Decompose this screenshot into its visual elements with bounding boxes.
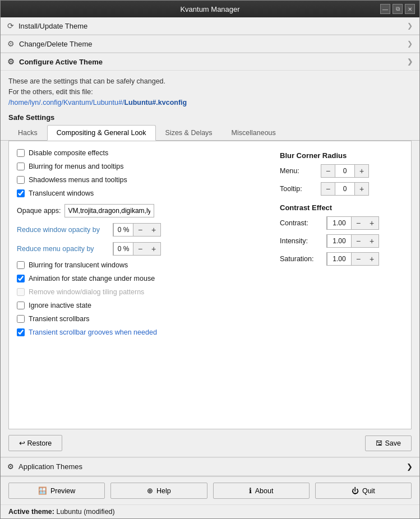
checkbox-transient-scrollbars-input[interactable]: [17, 315, 25, 323]
menu-item-configure-label: Configure Active Theme: [19, 58, 103, 66]
contrast-effect-header: Contrast Effect: [280, 203, 403, 212]
checkbox-disable-composite-label: Disable composite effects: [29, 149, 108, 157]
checkbox-transient-scrollbars: Transient scrollbars: [17, 315, 269, 323]
blur-menu-value: 0: [335, 165, 355, 177]
tab-compositing[interactable]: Compositing & General Look: [47, 125, 156, 141]
bottom-buttons: ↩ Restore 🖫 Save: [1, 429, 419, 457]
checkbox-remove-tiling: Remove window/dialog tiling patterns: [17, 288, 269, 296]
saturation-row: Saturation: 1.00 − +: [280, 252, 403, 266]
app-themes-arrow: ❯: [407, 462, 413, 471]
reduce-window-row: Reduce window opacity by 0 % − +: [17, 223, 269, 237]
help-button[interactable]: ⊕ Help: [110, 483, 207, 499]
blur-tooltip-label: Tooltip:: [280, 185, 316, 193]
about-button[interactable]: ℹ About: [213, 483, 310, 499]
blur-tooltip-value: 0: [335, 183, 355, 195]
checkbox-shadowless: Shadowless menus and tooltips: [17, 176, 269, 184]
checkbox-remove-tiling-input[interactable]: [17, 288, 25, 296]
status-bar: Active theme: Lubuntu (modified): [1, 504, 419, 518]
status-prefix: Active theme:: [8, 508, 54, 516]
checkbox-blurring-menus-input[interactable]: [17, 163, 25, 170]
about-icon: ℹ: [249, 486, 252, 495]
quit-label: Quit: [362, 487, 375, 495]
reduce-menu-row: Reduce menu opacity by 0 % − +: [17, 242, 269, 256]
footer-buttons: 🪟 Preview ⊕ Help ℹ About ⏻ Quit: [1, 476, 419, 504]
app-themes-section[interactable]: ⚙ Application Themes ❯: [1, 457, 419, 476]
menu-item-install-label: Install/Update Theme: [19, 22, 87, 30]
preview-button[interactable]: 🪟 Preview: [8, 483, 105, 499]
opaque-label: Opaque apps:: [17, 207, 61, 215]
info-line1: These are the settings that can be safel…: [8, 76, 412, 87]
blur-tooltip-increment[interactable]: +: [355, 183, 368, 195]
checkbox-blurring-translucent: Blurring for translucent windows: [17, 261, 269, 269]
checkbox-transient-grooves-label: Transient scrollbar grooves when needed: [29, 328, 157, 336]
checkbox-blurring-translucent-input[interactable]: [17, 261, 25, 269]
checkbox-translucent-input[interactable]: [17, 189, 25, 197]
safe-settings-label: Safe Settings: [1, 111, 419, 125]
reduce-menu-spinbox: 0 % − +: [113, 242, 161, 256]
quit-icon: ⏻: [352, 487, 359, 495]
content-area: ⟳ Install/Update Theme ❯ ⚙ Change/Delete…: [1, 17, 419, 518]
quit-button[interactable]: ⏻ Quit: [315, 483, 412, 499]
checkbox-shadowless-input[interactable]: [17, 176, 25, 184]
save-button[interactable]: 🖫 Save: [365, 435, 412, 451]
contrast-increment[interactable]: +: [365, 217, 379, 229]
checkbox-ignore-inactive-label: Ignore inactive state: [29, 302, 91, 309]
menu-item-install[interactable]: ⟳ Install/Update Theme ❯: [1, 17, 419, 35]
intensity-value: 1.00: [327, 235, 352, 247]
reduce-menu-increment[interactable]: +: [147, 243, 160, 255]
install-arrow: ❯: [407, 22, 413, 30]
menu-item-change-label: Change/Delete Theme: [19, 40, 93, 48]
saturation-value: 1.00: [327, 253, 352, 265]
contrast-label: Contrast:: [280, 219, 322, 227]
blur-menu-spinbox: − 0 +: [321, 164, 369, 178]
tab-content: Disable composite effects Blurring for m…: [8, 141, 412, 429]
tab-hacks[interactable]: Hacks: [8, 125, 47, 140]
checkbox-animation-state-input[interactable]: [17, 275, 25, 282]
help-icon: ⊕: [147, 486, 153, 495]
saturation-increment[interactable]: +: [365, 253, 379, 265]
checkbox-transient-scrollbars-label: Transient scrollbars: [29, 315, 90, 323]
checkbox-transient-grooves: Transient scrollbar grooves when needed: [17, 328, 269, 336]
saturation-decrement[interactable]: −: [352, 253, 365, 265]
checkbox-ignore-inactive-input[interactable]: [17, 302, 25, 309]
reduce-menu-value: 0 %: [113, 243, 133, 255]
checkbox-transient-grooves-input[interactable]: [17, 328, 25, 336]
tab-misc[interactable]: Miscellaneous: [222, 125, 285, 140]
reduce-menu-decrement[interactable]: −: [133, 243, 147, 255]
checkbox-blurring-menus-label: Blurring for menus and tooltips: [29, 163, 124, 170]
checkbox-shadowless-label: Shadowless menus and tooltips: [29, 176, 127, 184]
app-themes-icon: ⚙: [7, 462, 14, 471]
config-file-link[interactable]: /home/lyn/.config/Kvantum/Lubuntu#/Lubun…: [8, 99, 187, 106]
blur-menu-increment[interactable]: +: [355, 165, 368, 177]
blur-menu-decrement[interactable]: −: [321, 165, 335, 177]
restore-button[interactable]: ↩ Restore: [8, 435, 62, 451]
checkbox-disable-composite: Disable composite effects: [17, 149, 269, 157]
contrast-decrement[interactable]: −: [352, 217, 365, 229]
configure-icon: ⚙: [7, 57, 15, 66]
help-label: Help: [156, 487, 171, 495]
blur-tooltip-decrement[interactable]: −: [321, 183, 335, 195]
checkbox-translucent-label: Translucent windows: [29, 189, 94, 197]
reduce-window-decrement[interactable]: −: [133, 224, 147, 236]
intensity-increment[interactable]: +: [365, 235, 379, 247]
checkbox-animation-state: Animation for state change under mouse: [17, 275, 269, 282]
minimize-button[interactable]: —: [380, 4, 390, 14]
intensity-decrement[interactable]: −: [352, 235, 365, 247]
app-themes-label: Application Themes: [19, 462, 82, 471]
checkbox-disable-composite-input[interactable]: [17, 149, 25, 157]
info-line2: For the others, edit this file: /home/ly…: [8, 87, 412, 108]
checkbox-ignore-inactive: Ignore inactive state: [17, 302, 269, 309]
tab-sizes[interactable]: Sizes & Delays: [156, 125, 222, 140]
menu-item-change[interactable]: ⚙ Change/Delete Theme ❯: [1, 35, 419, 53]
about-label: About: [255, 487, 274, 495]
menu-item-configure[interactable]: ⚙ Configure Active Theme ❯: [1, 53, 419, 71]
reduce-window-spinbox: 0 % − +: [113, 223, 161, 237]
opaque-row: Opaque apps:: [17, 204, 269, 217]
configure-arrow: ❯: [407, 58, 413, 66]
close-button[interactable]: ✕: [405, 4, 415, 14]
opaque-apps-input[interactable]: [64, 204, 154, 217]
blur-tooltip-spinbox: − 0 +: [321, 182, 369, 196]
status-value: Lubuntu (modified): [56, 508, 114, 516]
maximize-button[interactable]: ⧉: [393, 4, 403, 14]
reduce-window-increment[interactable]: +: [147, 224, 160, 236]
